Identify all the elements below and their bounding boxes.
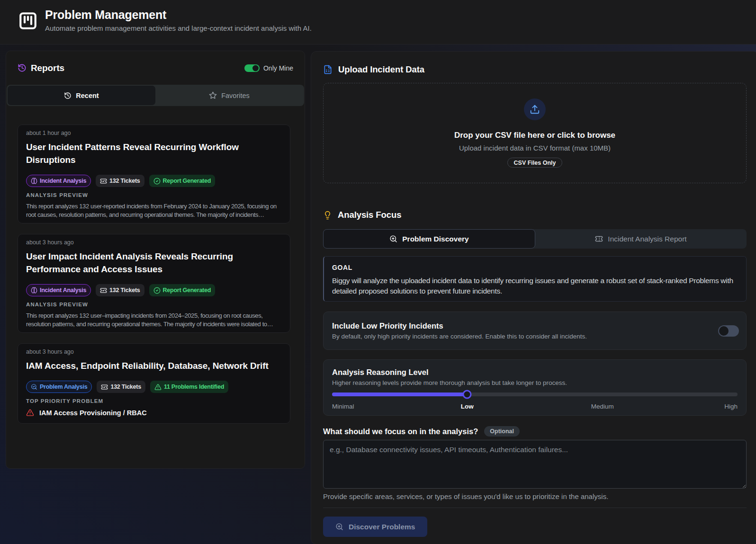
main-content: Reports Only Mine Recent	[0, 45, 756, 544]
tab-recent[interactable]: Recent	[8, 86, 155, 105]
type-badge: Incident Analysis	[26, 175, 91, 187]
report-title: User Incident Patterns Reveal Recurring …	[26, 141, 282, 166]
goal-text: Biggy will analyze the uploaded incident…	[332, 276, 738, 296]
low-priority-toggle[interactable]	[718, 325, 739, 337]
only-mine-toggle[interactable]	[244, 64, 260, 72]
tab-favorites[interactable]: Favorites	[155, 86, 303, 105]
history-icon	[64, 92, 72, 99]
analysis-preview-text: This report analyzes 132 user-reported i…	[26, 202, 282, 219]
badge-row: Incident Analysis 132 Tickets	[26, 284, 282, 296]
csv-only-badge: CSV Files Only	[507, 158, 563, 168]
ticket-icon	[100, 178, 107, 185]
divider	[323, 508, 747, 508]
focus-label-row: What should we focus on in the analysis?…	[323, 426, 747, 437]
zoom-in-icon	[335, 523, 343, 531]
report-card[interactable]: about 3 hours ago IAM Access, Endpoint R…	[18, 343, 290, 424]
analysis-mode-tabs: Problem Discovery Incident Analysis Repo…	[323, 229, 747, 249]
goal-label: GOAL	[332, 264, 738, 271]
top-priority-row: IAM Access Provisioning / RBAC	[26, 409, 282, 419]
kanban-logo-icon	[18, 10, 38, 31]
header-text: Problem Management Automate problem mana…	[45, 8, 312, 32]
tab-incident-analysis-report[interactable]: Incident Analysis Report	[535, 229, 747, 249]
reasoning-box: Analysis Reasoning Level Higher reasonin…	[323, 359, 747, 416]
goal-box: GOAL Biggy will analyze the uploaded inc…	[323, 256, 747, 302]
focus-input[interactable]	[323, 440, 747, 489]
history-icon	[18, 63, 27, 72]
upload-title: Upload Incident Data	[338, 64, 424, 75]
search-check-icon	[31, 383, 37, 390]
analysis-preview-label: ANALYSIS PREVIEW	[26, 302, 282, 307]
star-icon	[209, 91, 217, 99]
tab-favorites-label: Favorites	[221, 92, 250, 99]
dropzone-subtext: Upload incident data in CSV format (max …	[459, 144, 611, 152]
ticket-icon	[101, 383, 108, 391]
badge-row: Incident Analysis 132 Tickets	[26, 175, 282, 187]
tab-recent-label: Recent	[76, 92, 99, 99]
dropzone-heading: Drop your CSV file here or click to brow…	[454, 131, 615, 140]
level-low[interactable]: Low	[461, 403, 474, 410]
analysis-preview-label: ANALYSIS PREVIEW	[26, 192, 282, 198]
slider-thumb[interactable]	[463, 390, 472, 399]
level-medium[interactable]: Medium	[591, 403, 614, 410]
discover-problems-button[interactable]: Discover Problems	[323, 517, 427, 537]
brain-icon	[31, 287, 37, 294]
app-header: Problem Management Automate problem mana…	[0, 0, 756, 45]
badge-row: Problem Analysis 132 Tickets	[26, 381, 282, 393]
reports-title-group: Reports	[18, 63, 64, 73]
upload-section-header: Upload Incident Data	[323, 64, 747, 75]
tickets-badge: 132 Tickets	[97, 381, 145, 393]
reports-panel: Reports Only Mine Recent	[6, 51, 305, 469]
tickets-badge: 132 Tickets	[96, 175, 144, 187]
type-badge: Incident Analysis	[26, 284, 91, 296]
circle-check-icon	[153, 287, 161, 294]
status-badge: 11 Problems Identified	[150, 381, 228, 393]
level-minimal[interactable]: Minimal	[332, 403, 354, 410]
zoom-in-icon	[389, 235, 397, 243]
page-subtitle: Automate problem management activities a…	[45, 24, 312, 32]
report-card-list: about 1 hour ago User Incident Patterns …	[6, 106, 305, 435]
top-priority-text: IAM Access Provisioning / RBAC	[39, 409, 147, 417]
page-title: Problem Management	[45, 8, 312, 22]
triangle-alert-icon	[26, 409, 34, 417]
reports-panel-header: Reports Only Mine	[6, 51, 305, 85]
brain-icon	[31, 178, 37, 184]
reports-tabs: Recent Favorites	[7, 85, 304, 106]
low-priority-description: By default, only high priority incidents…	[332, 333, 587, 340]
only-mine-control: Only Mine	[244, 64, 293, 72]
report-card[interactable]: about 3 hours ago User Impact Incident A…	[18, 234, 290, 333]
triangle-alert-icon	[154, 383, 162, 391]
low-priority-title: Include Low Priority Incidents	[332, 321, 587, 330]
optional-badge: Optional	[484, 426, 520, 437]
ticket-icon	[100, 287, 107, 294]
tab-incident-analysis-report-label: Incident Analysis Report	[608, 235, 686, 243]
report-title: IAM Access, Endpoint Reliability, Databa…	[26, 359, 282, 372]
circle-check-icon	[153, 178, 161, 185]
report-timestamp: about 1 hour ago	[26, 130, 282, 136]
low-priority-box: Include Low Priority Incidents By defaul…	[323, 312, 747, 350]
report-title: User Impact Incident Analysis Reveals Re…	[26, 250, 282, 276]
ticket-icon	[595, 235, 603, 243]
report-timestamp: about 3 hours ago	[26, 239, 282, 246]
low-priority-text-group: Include Low Priority Incidents By defaul…	[332, 321, 587, 340]
report-timestamp: about 3 hours ago	[26, 348, 282, 355]
analysis-section-header: Analysis Focus	[323, 210, 747, 220]
slider-fill	[332, 392, 467, 396]
report-card[interactable]: about 1 hour ago User Incident Patterns …	[18, 125, 290, 223]
tickets-badge: 132 Tickets	[96, 284, 144, 296]
analysis-title: Analysis Focus	[338, 210, 401, 220]
reasoning-slider[interactable]	[332, 390, 738, 399]
file-spreadsheet-icon	[323, 65, 333, 74]
type-badge: Problem Analysis	[26, 381, 92, 393]
analysis-preview-text: This report analyzes 132 user–impacting …	[26, 312, 282, 328]
reports-title: Reports	[31, 63, 64, 73]
csv-dropzone[interactable]: Drop your CSV file here or click to brow…	[323, 83, 747, 183]
tab-problem-discovery-label: Problem Discovery	[402, 235, 468, 243]
level-high[interactable]: High	[724, 403, 738, 410]
tab-problem-discovery[interactable]: Problem Discovery	[323, 229, 535, 249]
status-badge: Report Generated	[149, 284, 216, 296]
only-mine-label: Only Mine	[263, 64, 293, 72]
upload-icon	[524, 98, 546, 120]
lightbulb-icon	[323, 211, 332, 220]
focus-helper-text: Provide specific areas, services, or typ…	[323, 492, 747, 500]
reasoning-levels: Minimal Low Medium High	[332, 403, 738, 410]
